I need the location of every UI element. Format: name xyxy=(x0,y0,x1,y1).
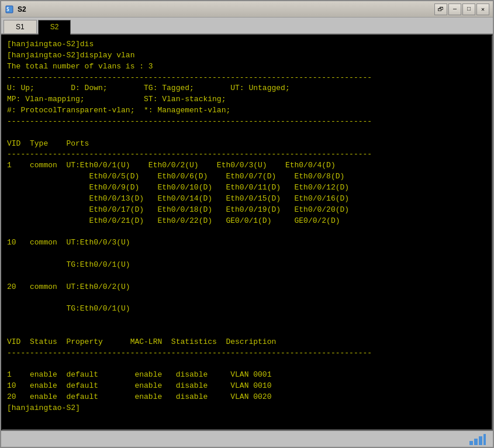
minimize-icon: — xyxy=(453,6,457,12)
status-bar xyxy=(1,430,493,447)
window-title: S2 xyxy=(18,5,434,13)
maximize-icon: □ xyxy=(467,6,471,12)
tab-s2[interactable]: S2 xyxy=(38,20,71,35)
svg-rect-5 xyxy=(483,434,486,445)
tab-bar: S1 S2 xyxy=(1,18,493,35)
main-window: S S2 🗗 — □ ✕ S1 S2 [hanjaingtao-S2]dis [… xyxy=(0,0,494,448)
terminal-output[interactable]: [hanjaingtao-S2]dis [hanjaingtao-S2]disp… xyxy=(1,35,493,430)
tab-s1[interactable]: S1 xyxy=(4,20,37,33)
svg-rect-2 xyxy=(469,441,473,445)
restore-icon: 🗗 xyxy=(438,6,444,13)
svg-rect-3 xyxy=(474,439,478,445)
close-button[interactable]: ✕ xyxy=(476,4,489,15)
title-bar: S S2 🗗 — □ ✕ xyxy=(1,1,493,18)
network-icon xyxy=(466,432,489,447)
maximize-button[interactable]: □ xyxy=(462,4,475,15)
svg-text:S: S xyxy=(6,7,9,12)
restore-button[interactable]: 🗗 xyxy=(434,4,447,15)
app-icon: S xyxy=(5,5,14,14)
minimize-button[interactable]: — xyxy=(448,4,461,15)
close-icon: ✕ xyxy=(481,6,485,13)
svg-rect-4 xyxy=(479,436,482,445)
window-controls: 🗗 — □ ✕ xyxy=(434,4,489,15)
